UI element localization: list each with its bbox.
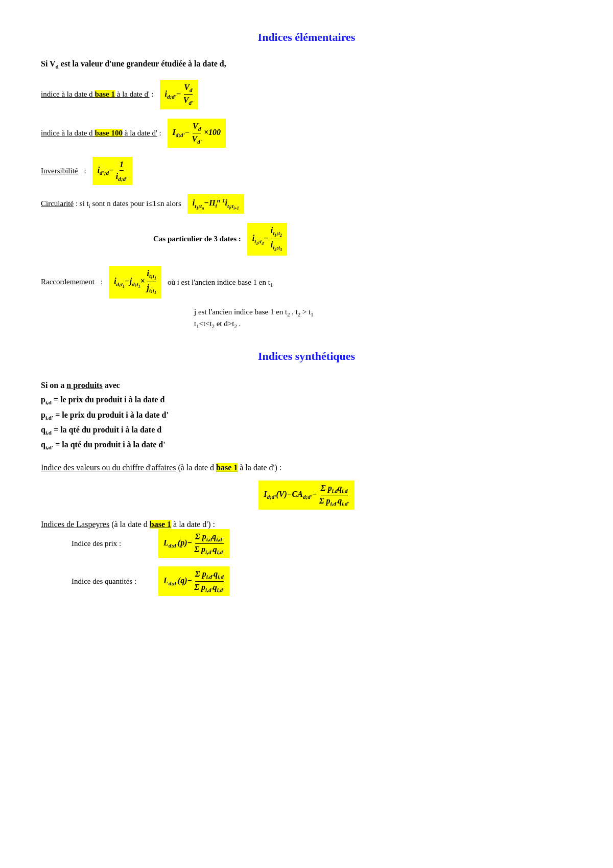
formula-cas-particulier-box: it1;t3− it1;t2 it2;t3 <box>247 223 287 256</box>
laspeyres-label-line: Indices de Laspeyres (à la date d base 1… <box>41 520 572 529</box>
raccord-note3: t1<t<t2 et d>t2 . <box>194 319 572 329</box>
formula-base100: Id;d'− Vd Vd' ×100 <box>168 119 226 148</box>
indice-prix-label: Indice des prix : <box>72 539 153 548</box>
formula-valeurs: Id;d'(V)−CAd;d'− Σ pi,dqi,d Σ pi,d'qi,d' <box>41 481 572 510</box>
formula-circularite-box: it1;tn−Πin 1iti;ti+1 <box>187 194 244 214</box>
intro-line: Si Vd est la valeur d'une grandeur étudi… <box>41 59 572 70</box>
line1-label: indice à la date d base 1 à la date d' : <box>41 90 154 99</box>
prod-definitions: Si on a n produits avec pi,d = le prix d… <box>41 378 572 453</box>
indice-qte-label: Indice des quantités : <box>72 577 153 586</box>
raccord-section: Raccordemement : id;t1−jd;t1× it;t1 jt;t… <box>41 266 572 329</box>
formula-cas-particulier: Cas particulier de 3 dates : it1;t3− it1… <box>153 223 572 256</box>
raccord-label: Raccordemement <box>41 278 95 286</box>
formula-raccord-box: id;t1−jd;t1× it;t1 jt;t1 <box>109 266 161 299</box>
formula-laspeyres-prix-box: Ld;d'(p)− Σ pi,dqi,d' Σ pi,d'qi,d' <box>158 529 229 558</box>
prod-p1: pi,d = le prix du produit i à la date d <box>41 393 572 407</box>
formula-base1: id;d'− Vd Vd' <box>160 80 199 109</box>
formula-raccord: Raccordemement : id;t1−jd;t1× it;t1 jt;t… <box>41 266 572 299</box>
section-synthetiques: Indices synthétiques Si on a n produits … <box>41 350 572 596</box>
formula-laspeyres-qte-box: Ld;d'(q)− Σ pi,d'qi,d Σ pi,d'qi,d' <box>158 566 229 596</box>
formula-laspeyres-qte: Indice des quantités : Ld;d'(q)− Σ pi,d'… <box>72 566 572 596</box>
formula-line-base100: indice à la date d base 100 à la date d'… <box>41 119 572 148</box>
intro-text: Si Vd est la valeur d'une grandeur étudi… <box>41 59 226 68</box>
section1-title: Indices élémentaires <box>41 31 572 44</box>
formula-valeurs-box: Id;d'(V)−CAd;d'− Σ pi,dqi,d Σ pi,d'qi,d' <box>258 481 355 510</box>
formula-line-base1: indice à la date d base 1 à la date d' :… <box>41 80 572 109</box>
section2-title: Indices synthétiques <box>41 350 572 363</box>
raccord-note2: j est l'ancien indice base 1 en t2 , t2 … <box>194 308 572 317</box>
prod-p2: pi,d' = le prix du produit i à la date d… <box>41 408 572 423</box>
inversibilite-label: Inversibilité <box>41 167 78 175</box>
prod-q2: qi,d' = la qté du produit i à la date d' <box>41 438 572 452</box>
formula-laspeyres-prix: Indice des prix : Ld;d'(p)− Σ pi,dqi,d' … <box>72 529 572 558</box>
section-elementaires: Indices élémentaires Si Vd est la valeur… <box>41 31 572 329</box>
line2-label: indice à la date d base 100 à la date d'… <box>41 129 161 138</box>
indice-valeurs-section: Indice des valeurs ou du chiffre d'affai… <box>41 463 572 510</box>
prod-q1: qi,d = la qté du produit i à la date d <box>41 423 572 438</box>
prod-intro: Si on a n produits avec <box>41 378 572 393</box>
cas-particulier-label: Cas particulier de 3 dates : <box>153 235 241 243</box>
formula-inversibilite: Inversibilité : id';d− 1 id;d' <box>41 157 572 185</box>
raccord-note1: où i est l'ancien indice base 1 en t1 <box>168 278 273 288</box>
laspeyres-section: Indices de Laspeyres (à la date d base 1… <box>41 520 572 596</box>
indice-valeurs-label-line: Indice des valeurs ou du chiffre d'affai… <box>41 463 572 472</box>
formula-inversibilite-box: id';d− 1 id;d' <box>92 157 133 185</box>
formula-circularite: Circularité : si ti sont n dates pour i≤… <box>41 194 572 214</box>
circularite-label: Circularité : si ti sont n dates pour i≤… <box>41 199 181 209</box>
